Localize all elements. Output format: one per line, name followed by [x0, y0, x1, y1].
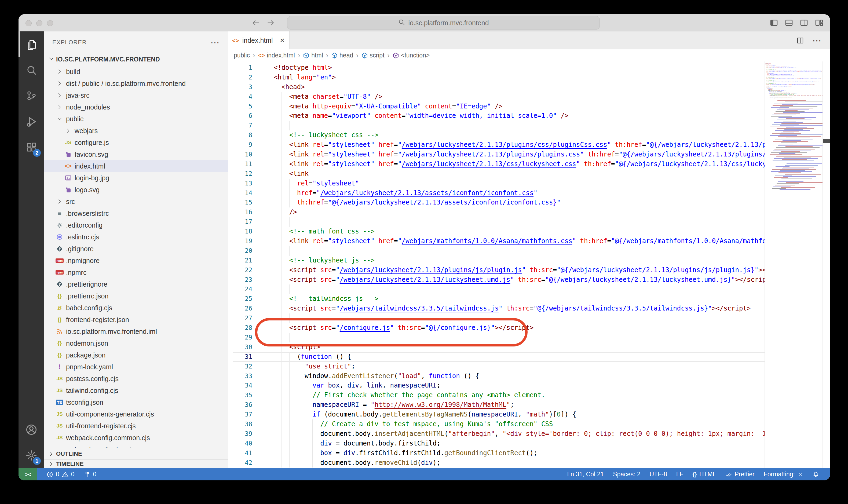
status-indentation[interactable]: Spaces: 2 [613, 471, 640, 478]
tree-item-nodemon.json[interactable]: {}nodemon.json [44, 337, 228, 349]
line-number[interactable]: 22 [228, 266, 252, 275]
more-icon[interactable]: ⋯ [812, 39, 822, 42]
line-number[interactable]: 32 [228, 362, 252, 372]
tree-item-frontend-register.json[interactable]: {}frontend-register.json [44, 314, 228, 326]
line-number[interactable]: 12 [228, 169, 252, 179]
line-number[interactable]: 6 [228, 111, 252, 121]
line-number[interactable]: 9 [228, 140, 252, 150]
tree-item-dist-public-io.sc.platform.mvc.frontend[interactable]: dist / public / io.sc.platform.mvc.front… [44, 77, 228, 89]
line-number[interactable]: 35 [228, 391, 252, 400]
tree-item-favicon.svg[interactable]: favicon.svg [44, 148, 228, 160]
line-number[interactable]: 33 [228, 372, 252, 381]
tree-item-logo.svg[interactable]: logo.svg [44, 184, 228, 196]
tree-item-login-bg.jpg[interactable]: login-bg.jpg [44, 172, 228, 184]
tree-item-build[interactable]: build [44, 66, 228, 77]
status-problems[interactable]: 00 [47, 471, 75, 478]
line-number[interactable]: 29 [228, 333, 252, 342]
remote-indicator[interactable]: >< [19, 468, 37, 480]
line-number[interactable]: 34 [228, 381, 252, 391]
line-number[interactable]: 26 [228, 304, 252, 313]
tree-item-webjars[interactable]: webjars [44, 125, 228, 137]
tree-item-babel.config.cjs[interactable]: Bbabel.config.cjs [44, 302, 228, 314]
line-number[interactable]: 30 [228, 342, 252, 352]
layout-sidebar-right-icon[interactable] [799, 18, 809, 28]
line-number[interactable]: 10 [228, 150, 252, 159]
status-ports[interactable]: 0 [84, 471, 96, 478]
tree-item-package.json[interactable]: {}package.json [44, 349, 228, 361]
tree-item-.npmrc[interactable]: npm.npmrc [44, 267, 228, 278]
activity-account[interactable] [19, 417, 44, 443]
tree-item-io.sc.platform.mvc.frontend.iml[interactable]: io.sc.platform.mvc.frontend.iml [44, 326, 228, 337]
line-number[interactable]: 36 [228, 400, 252, 410]
close-button[interactable] [25, 20, 32, 26]
arrow-left-icon[interactable] [251, 19, 260, 27]
tree-item-postcss.config.cjs[interactable]: JSpostcss.config.cjs [44, 373, 228, 384]
breadcrumb-item[interactable]: html [303, 52, 323, 59]
activity-source-control[interactable] [19, 83, 44, 109]
command-center[interactable]: io.sc.platform.mvc.frontend [287, 16, 600, 30]
tree-item-.prettierignore[interactable]: .prettierignore [44, 278, 228, 290]
line-number[interactable]: 24 [228, 285, 252, 294]
line-number[interactable]: 3 [228, 83, 252, 92]
activity-run-debug[interactable] [19, 109, 44, 134]
tree-item-public[interactable]: public [44, 113, 228, 125]
tree-item-.eslintrc.cjs[interactable]: .eslintrc.cjs [44, 231, 228, 243]
status-notifications[interactable] [812, 471, 819, 478]
line-number[interactable]: 27 [228, 313, 252, 323]
line-number[interactable]: 8 [228, 130, 252, 140]
line-number[interactable]: 14 [228, 188, 252, 198]
line-number[interactable]: 21 [228, 256, 252, 266]
minimap[interactable]: <!doctype html><html lang="en"> <head> <… [764, 61, 823, 468]
tree-item-configure.js[interactable]: JSconfigure.js [44, 137, 228, 148]
status-prettier[interactable]: Prettier [725, 471, 755, 478]
layout-sidebar-left-icon[interactable] [769, 18, 778, 28]
line-number[interactable]: 4 [228, 92, 252, 102]
arrow-right-icon[interactable] [267, 19, 275, 27]
tree-item-java-src[interactable]: java-src [44, 89, 228, 101]
layout-customize-icon[interactable] [814, 18, 824, 28]
line-number[interactable]: 38 [228, 419, 252, 429]
line-number[interactable]: 2 [228, 73, 252, 83]
tree-item-util-components-generator.cjs[interactable]: JSutil-components-generator.cjs [44, 408, 228, 420]
line-number[interactable]: 41 [228, 448, 252, 458]
line-number[interactable]: 7 [228, 121, 252, 130]
status-eol[interactable]: LF [676, 471, 684, 478]
tree-item-.npmignore[interactable]: npm.npmignore [44, 255, 228, 267]
minimize-button[interactable] [36, 20, 42, 26]
line-number[interactable]: 18 [228, 227, 252, 236]
section-outline[interactable]: OUTLINE [44, 448, 228, 460]
breadcrumb-item[interactable]: script [361, 52, 384, 59]
tree-item-tailwind.config.cjs[interactable]: JStailwind.config.cjs [44, 384, 228, 396]
line-number[interactable]: 11 [228, 159, 252, 169]
status-encoding[interactable]: UTF-8 [650, 471, 667, 478]
line-number[interactable]: 40 [228, 439, 252, 448]
code-editor[interactable]: 1<!doctype html>2<html lang="en">3 <head… [228, 61, 764, 468]
tree-item-util-frontend-register.cjs[interactable]: JSutil-frontend-register.cjs [44, 420, 228, 432]
tree-item-.gitignore[interactable]: .gitignore [44, 243, 228, 255]
line-number[interactable]: 16 [228, 208, 252, 217]
tree-item-.browserslistrc[interactable]: ≡.browserslistrc [44, 208, 228, 219]
tab-index-html[interactable]: <> index.html ✕ [228, 31, 290, 49]
breadcrumb-item[interactable]: public [234, 52, 250, 59]
tree-item-.prettierrc.json[interactable]: {}.prettierrc.json [44, 290, 228, 302]
breadcrumb-item[interactable]: head [331, 52, 353, 59]
zoom-button[interactable] [47, 20, 53, 26]
split-editor-icon[interactable] [796, 36, 804, 44]
close-tab-icon[interactable]: ✕ [279, 37, 285, 44]
views-and-more-actions-button[interactable]: ⋯ [211, 41, 220, 44]
section-timeline[interactable]: TIMELINE [44, 460, 228, 468]
activity-search[interactable] [19, 57, 44, 83]
layout-panel-icon[interactable] [784, 18, 794, 28]
tree-item-node-modules[interactable]: node_modules [44, 101, 228, 113]
status-language-mode[interactable]: {}HTML [692, 471, 716, 478]
line-number[interactable]: 37 [228, 410, 252, 419]
line-number[interactable]: 28 [228, 323, 252, 333]
line-number[interactable]: 15 [228, 198, 252, 208]
activity-settings-gear[interactable]: 1 [19, 443, 44, 468]
activity-extensions[interactable]: 2 [19, 134, 44, 160]
line-number[interactable]: 23 [228, 275, 252, 285]
tree-item-pnpm-lock.yaml[interactable]: !pnpm-lock.yaml [44, 361, 228, 373]
breadcrumb-item[interactable]: <function> [393, 52, 430, 59]
line-number[interactable]: 20 [228, 246, 252, 256]
tree-item-tsconfig.json[interactable]: TStsconfig.json [44, 396, 228, 408]
